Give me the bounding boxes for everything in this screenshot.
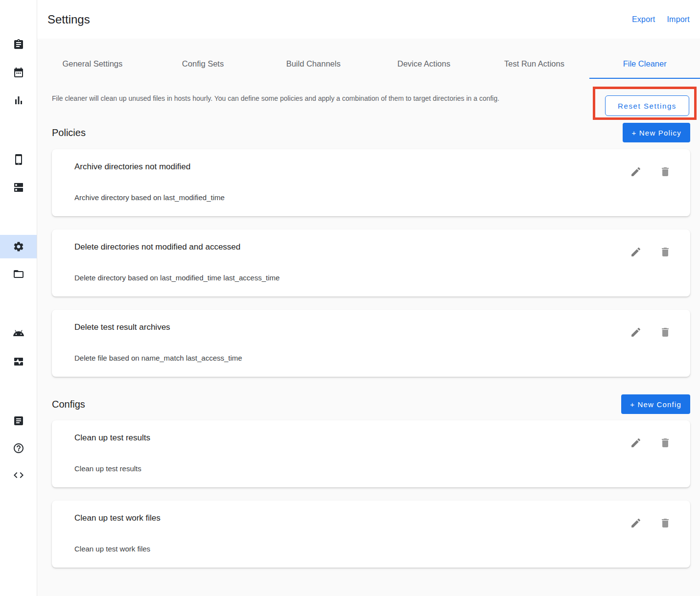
calendar-icon <box>13 67 24 78</box>
config-actions <box>626 433 675 453</box>
delete-policy-button[interactable] <box>655 322 675 342</box>
config-description: Clean up test results <box>52 443 690 473</box>
sidebar-item-api[interactable] <box>0 463 37 487</box>
policies-section-header: Policies + New Policy <box>52 123 690 142</box>
dns-icon <box>13 182 24 193</box>
sidebar-item-file-browser[interactable] <box>0 262 37 286</box>
sidebar-item-test-plans[interactable] <box>0 61 37 84</box>
config-description: Clean up test work files <box>52 523 690 553</box>
description-row: File cleaner will clean up unused files … <box>52 79 690 121</box>
folder-icon <box>13 268 24 280</box>
tab-file-cleaner[interactable]: File Cleaner <box>589 39 700 79</box>
edit-config-button[interactable] <box>626 513 646 533</box>
android-icon <box>13 327 24 339</box>
tab-device-actions[interactable]: Device Actions <box>369 39 479 79</box>
sidebar-item-devices[interactable] <box>0 148 37 171</box>
new-config-button[interactable]: + New Config <box>621 394 690 414</box>
policies-list: Archive directories not modified Archive… <box>52 149 690 377</box>
import-link[interactable]: Import <box>667 15 690 24</box>
policy-description: Archive directory based on last_modified… <box>52 172 690 202</box>
edit-policy-button[interactable] <box>626 162 646 182</box>
policy-description: Delete file based on name_match last_acc… <box>52 332 690 362</box>
file-cleaner-panel: File cleaner will clean up unused files … <box>37 79 700 596</box>
trash-icon <box>659 166 671 178</box>
settings-gear-icon <box>13 241 24 252</box>
policy-actions <box>626 242 675 262</box>
policies-title: Policies <box>52 127 86 138</box>
app-sidebar <box>0 0 37 596</box>
delete-config-button[interactable] <box>655 433 675 453</box>
policy-actions <box>626 322 675 342</box>
sidebar-item-tests[interactable] <box>0 33 37 56</box>
policy-description: Delete directory based on last_modified_… <box>52 252 690 282</box>
config-title: Clean up test work files <box>52 501 690 523</box>
configs-title: Configs <box>52 399 85 410</box>
sidebar-item-settings[interactable] <box>0 235 37 258</box>
policy-title: Archive directories not modified <box>52 149 690 172</box>
configs-section-header: Configs + New Config <box>52 394 690 414</box>
file-cleaner-description: File cleaner will clean up unused files … <box>52 93 499 103</box>
tab-config-sets[interactable]: Config Sets <box>148 39 258 79</box>
policy-actions <box>626 162 675 182</box>
trash-icon <box>659 517 671 529</box>
monitor-pulse-icon <box>13 356 24 367</box>
pencil-icon <box>630 246 642 258</box>
pencil-icon <box>630 517 642 529</box>
config-actions <box>626 513 675 533</box>
trash-icon <box>659 246 671 258</box>
export-link[interactable]: Export <box>632 15 655 24</box>
pencil-icon <box>630 166 642 178</box>
policy-title: Delete directories not modified and acce… <box>52 229 690 252</box>
edit-policy-button[interactable] <box>626 242 646 262</box>
smartphone-icon <box>13 154 24 165</box>
bar-chart-icon <box>13 94 24 106</box>
policy-title: Delete test result archives <box>52 310 690 332</box>
sidebar-item-monitoring[interactable] <box>0 350 37 373</box>
delete-config-button[interactable] <box>655 513 675 533</box>
trash-icon <box>659 437 671 449</box>
delete-policy-button[interactable] <box>655 162 675 182</box>
edit-policy-button[interactable] <box>626 322 646 342</box>
sidebar-item-hosts[interactable] <box>0 176 37 199</box>
reset-settings-button[interactable]: Reset Settings <box>605 95 689 116</box>
sidebar-item-help[interactable] <box>0 436 37 460</box>
sidebar-item-android[interactable] <box>0 321 37 345</box>
new-policy-button[interactable]: + New Policy <box>623 123 690 142</box>
code-icon <box>13 469 24 481</box>
help-icon <box>13 442 24 454</box>
trash-icon <box>659 326 671 338</box>
policy-card: Delete test result archives Delete file … <box>52 310 690 377</box>
page-title: Settings <box>47 13 90 26</box>
delete-policy-button[interactable] <box>655 242 675 262</box>
policy-card: Archive directories not modified Archive… <box>52 149 690 216</box>
clipboard-icon <box>13 39 24 50</box>
pencil-icon <box>630 326 642 338</box>
tab-test-run-actions[interactable]: Test Run Actions <box>479 39 590 79</box>
main-area: Settings Export Import General Settings … <box>37 0 700 596</box>
config-card: Clean up test work files Clean up test w… <box>52 501 690 568</box>
config-card: Clean up test results Clean up test resu… <box>52 420 690 487</box>
policy-card: Delete directories not modified and acce… <box>52 229 690 297</box>
edit-config-button[interactable] <box>626 433 646 453</box>
configs-list: Clean up test results Clean up test resu… <box>52 420 690 568</box>
tab-general-settings[interactable]: General Settings <box>37 39 148 79</box>
sidebar-item-reports[interactable] <box>0 89 37 112</box>
header-actions: Export Import <box>632 15 690 24</box>
page-header: Settings Export Import <box>37 0 700 39</box>
sidebar-item-logs[interactable] <box>0 409 37 433</box>
tab-build-channels[interactable]: Build Channels <box>258 39 369 79</box>
article-icon <box>13 415 24 427</box>
config-title: Clean up test results <box>52 420 690 443</box>
pencil-icon <box>630 437 642 449</box>
settings-tab-bar: General Settings Config Sets Build Chann… <box>37 39 700 79</box>
